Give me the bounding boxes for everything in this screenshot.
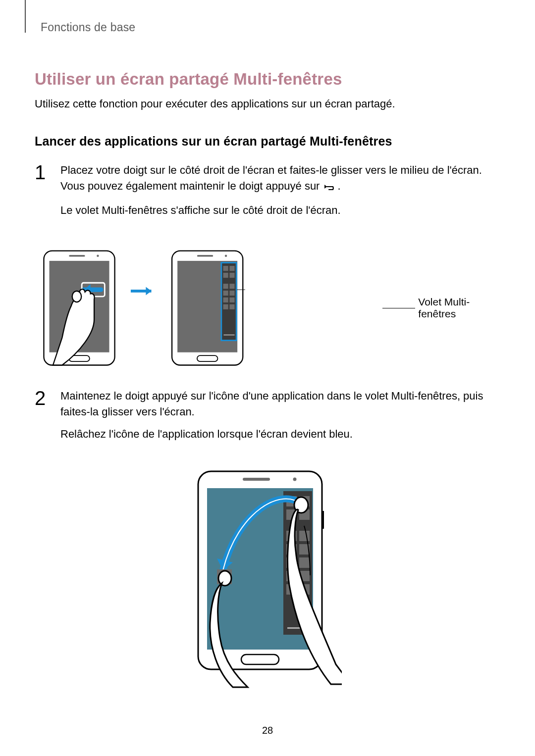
svg-rect-1 [69, 255, 85, 257]
svg-rect-18 [223, 284, 228, 289]
svg-rect-21 [229, 291, 234, 296]
svg-point-2 [97, 254, 99, 256]
svg-point-30 [293, 478, 297, 481]
svg-point-10 [225, 254, 227, 256]
step-text: Relâchez l'icône de l'application lorsqu… [60, 426, 500, 442]
svg-rect-20 [223, 291, 228, 296]
svg-point-52 [218, 571, 231, 586]
figure-drag-app [35, 469, 500, 692]
step-text-part: . [338, 180, 341, 192]
svg-rect-43 [299, 557, 310, 568]
svg-rect-12 [197, 355, 218, 361]
svg-rect-17 [229, 273, 234, 278]
svg-rect-19 [229, 284, 234, 289]
callout-label: Volet Multi-fenêtres [418, 296, 500, 320]
callout-leader [382, 308, 415, 308]
svg-rect-16 [223, 273, 228, 278]
svg-rect-25 [229, 304, 234, 309]
step-text-part: Placez votre doigt sur le côté droit de … [60, 164, 482, 192]
svg-point-6 [72, 291, 81, 302]
svg-rect-15 [229, 266, 234, 271]
breadcrumb: Fonctions de base [41, 21, 500, 34]
svg-rect-14 [223, 266, 228, 271]
step-text: Placez votre doigt sur le côté droit de … [60, 162, 500, 196]
step-1: 1 Placez votre doigt sur le côté droit d… [35, 162, 500, 225]
step-text: Le volet Multi-fenêtres s'affiche sur le… [60, 202, 500, 218]
header-rule [25, 0, 26, 33]
page-number: 28 [0, 725, 535, 736]
svg-rect-49 [322, 511, 324, 529]
section-heading: Lancer des applications sur un écran par… [35, 134, 500, 149]
step-number: 1 [35, 162, 50, 225]
svg-rect-39 [299, 531, 310, 541]
page-lead: Utilisez cette fonction pour exécuter de… [35, 98, 500, 110]
step-2: 2 Maintenez le doigt appuyé sur l'icône … [35, 388, 500, 450]
figure-swipe-open-panel: Volet Multi-fenêtres [35, 245, 500, 371]
step-number: 2 [35, 388, 50, 450]
svg-rect-24 [223, 304, 228, 309]
svg-rect-9 [197, 255, 213, 257]
svg-rect-26 [223, 334, 234, 335]
svg-rect-23 [229, 297, 234, 302]
page-title: Utiliser un écran partagé Multi-fenêtres [35, 70, 500, 89]
svg-rect-22 [223, 297, 228, 302]
svg-rect-29 [243, 478, 270, 481]
step-text: Maintenez le doigt appuyé sur l'icône d'… [60, 388, 500, 420]
svg-rect-32 [241, 655, 279, 664]
back-icon [324, 180, 337, 196]
